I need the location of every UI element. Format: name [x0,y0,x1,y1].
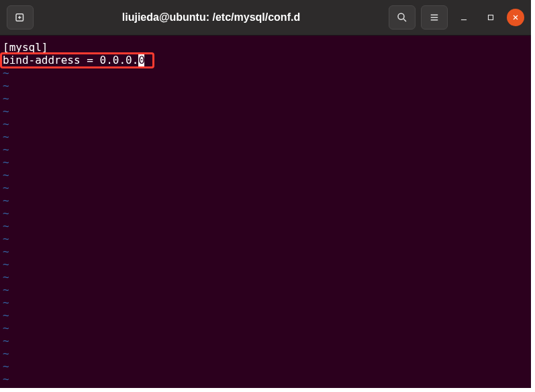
search-icon [396,11,408,23]
tilde-line: ~ [3,245,528,258]
tilde-line: ~ [3,360,528,373]
editor-text: bind-address = 0.0.0. [3,54,138,66]
tilde-line: ~ [3,79,528,92]
tilde-line: ~ [3,219,528,232]
minimize-icon [459,13,469,22]
tilde-line: ~ [3,194,528,207]
new-tab-button[interactable] [7,5,34,30]
editor-line: bind-address = 0.0.0.0 [3,54,528,66]
close-icon [512,13,520,21]
search-button[interactable] [389,5,416,30]
tilde-line: ~ [3,105,528,117]
tilde-line: ~ [3,117,528,130]
tilde-line: ~ [3,347,528,360]
tilde-line: ~ [3,309,528,322]
editor-line: [mysql] [3,41,528,54]
tilde-line: ~ [3,283,528,296]
tilde-line: ~ [3,66,528,79]
maximize-button[interactable] [480,7,501,28]
new-tab-icon [14,11,26,23]
tilde-line: ~ [3,92,528,105]
menu-button[interactable] [421,5,448,30]
minimize-button[interactable] [453,7,475,28]
maximize-icon [486,13,495,22]
terminal-body[interactable]: [mysql] bind-address = 0.0.0.0 ~~~~~~~~~… [0,36,531,388]
tilde-line: ~ [3,271,528,283]
svg-line-4 [403,19,406,21]
tilde-line: ~ [3,207,528,219]
tilde-line: ~ [3,258,528,271]
tilde-line: ~ [3,143,528,156]
svg-point-3 [398,13,404,19]
close-button[interactable] [507,9,524,26]
tilde-lines: ~~~~~~~~~~~~~~~~~~~~~~~~~ [3,66,528,385]
hamburger-icon [428,11,440,23]
tilde-line: ~ [3,156,528,168]
tilde-line: ~ [3,168,528,181]
tilde-line: ~ [3,322,528,334]
tilde-line: ~ [3,232,528,245]
terminal-window: liujieda@ubuntu: /etc/mysql/conf.d [0,0,531,388]
tilde-line: ~ [3,373,528,385]
titlebar: liujieda@ubuntu: /etc/mysql/conf.d [0,0,531,36]
window-title: liujieda@ubuntu: /etc/mysql/conf.d [39,11,383,23]
tilde-line: ~ [3,334,528,347]
svg-rect-9 [489,15,493,20]
tilde-line: ~ [3,130,528,143]
tilde-line: ~ [3,296,528,309]
titlebar-right [389,5,524,30]
cursor: 0 [138,54,144,66]
tilde-line: ~ [3,181,528,194]
